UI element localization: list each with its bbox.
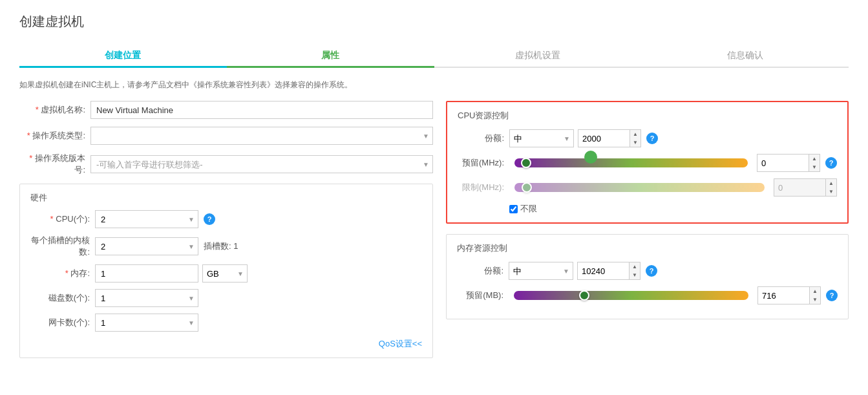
nic-label: 网卡数(个): <box>30 317 95 328</box>
mem-quota-help[interactable]: ? <box>646 265 657 277</box>
cpu-reserve-spinbtns: ▲ ▼ <box>809 154 820 172</box>
hardware-title: 硬件 <box>30 192 422 204</box>
cpu-limit-down: ▼ <box>826 187 836 196</box>
vm-name-input[interactable] <box>90 101 433 119</box>
page-title: 创建虚拟机 <box>19 13 849 30</box>
cores-select-wrap: 2 1 4 ▼ <box>95 237 198 255</box>
os-version-label: 操作系统版本号: <box>19 153 90 176</box>
cpu-resource-box: CPU资源控制 份额: 低 中 高 ▼ ▲ ▼ <box>446 101 849 224</box>
memory-label: 内存: <box>30 268 95 279</box>
cpu-quota-up[interactable]: ▲ <box>630 130 640 138</box>
cpu-limit-spinbtns: ▲ ▼ <box>825 178 837 197</box>
os-type-label: 操作系统类型: <box>19 130 90 142</box>
cpu-label: CPU(个): <box>30 213 95 225</box>
mem-quota-select[interactable]: 低 中 高 <box>509 262 573 280</box>
cpu-limit-input <box>774 178 825 197</box>
mem-quota-input[interactable] <box>577 262 629 280</box>
cpu-quota-label: 份额: <box>458 133 509 144</box>
mem-quota-spinbtns: ▲ ▼ <box>629 262 640 280</box>
mem-reserve-row: 预留(MB): ▲ ▼ ? <box>457 286 838 304</box>
disk-label: 磁盘数(个): <box>30 292 95 304</box>
mem-reserve-down[interactable]: ▼ <box>810 295 820 304</box>
cpu-quota-select-wrap: 低 中 高 ▼ <box>509 129 574 147</box>
mem-quota-spinner: ▲ ▼ <box>577 262 640 280</box>
cpu-reserve-label: 预留(MHz): <box>458 157 509 169</box>
tab-attributes[interactable]: 属性 <box>227 43 434 67</box>
os-type-select[interactable] <box>90 127 433 145</box>
cpu-reserve-row: 预留(MHz): ▲ ▼ ? <box>458 154 837 172</box>
cpu-reserve-spinner: ▲ ▼ <box>757 154 820 172</box>
cpu-quota-select[interactable]: 低 中 高 <box>509 129 574 147</box>
cpu-resource-title: CPU资源控制 <box>458 110 837 122</box>
os-type-select-wrap: ▼ <box>90 127 433 145</box>
cpu-reserve-help[interactable]: ? <box>825 157 837 169</box>
os-version-row: 操作系统版本号: -可输入首字母进行联想筛选- ▼ <box>19 153 433 176</box>
mem-quota-row: 份额: 低 中 高 ▼ ▲ ▼ ? <box>457 262 838 280</box>
cpu-quota-input[interactable] <box>578 129 630 147</box>
nic-row: 网卡数(个): 1 2 3 ▼ <box>30 314 422 332</box>
cpu-reserve-down[interactable]: ▼ <box>809 163 820 171</box>
os-version-select[interactable]: -可输入首字母进行联想筛选- <box>90 155 433 173</box>
vm-name-row: 虚拟机名称: <box>19 101 433 119</box>
mem-reserve-input[interactable] <box>757 286 809 304</box>
cpu-quota-help[interactable]: ? <box>646 133 658 144</box>
mem-reserve-slider[interactable] <box>514 291 748 300</box>
cpu-limit-label: 限制(MHz): <box>458 182 509 193</box>
cpu-row: CPU(个): 2 1 4 8 ▼ ? <box>30 210 422 228</box>
memory-input[interactable] <box>95 264 198 283</box>
mem-reserve-help[interactable]: ? <box>826 290 838 301</box>
cpu-unlimited-label[interactable]: 不限 <box>520 203 537 215</box>
cpu-reserve-up[interactable]: ▲ <box>809 155 820 163</box>
mem-resource-title: 内存资源控制 <box>457 242 838 254</box>
nic-select-wrap: 1 2 3 ▼ <box>95 314 198 332</box>
mem-reserve-thumb[interactable] <box>579 290 589 301</box>
mem-reserve-spinner: ▲ ▼ <box>757 286 821 304</box>
mem-quota-up[interactable]: ▲ <box>630 262 640 271</box>
memory-unit-select[interactable]: GB MB <box>202 264 248 283</box>
mem-reserve-spinbtns: ▲ ▼ <box>809 286 821 304</box>
left-panel: 虚拟机名称: 操作系统类型: ▼ 操作系统版本号: -可输入首字母进行联想筛选-… <box>19 101 433 358</box>
cpu-limit-slider[interactable] <box>514 183 765 192</box>
hardware-section: 硬件 CPU(个): 2 1 4 8 ▼ ? 每个插槽的内核数: <box>19 184 433 358</box>
disk-select-wrap: 1 2 3 ▼ <box>95 289 198 307</box>
vm-name-label: 虚拟机名称: <box>19 104 90 116</box>
cores-row: 每个插槽的内核数: 2 1 4 ▼ 插槽数: 1 <box>30 235 422 258</box>
qos-link[interactable]: QoS设置<< <box>30 338 422 350</box>
main-layout: 虚拟机名称: 操作系统类型: ▼ 操作系统版本号: -可输入首字母进行联想筛选-… <box>19 101 849 358</box>
tab-info-confirm[interactable]: 信息确认 <box>641 43 849 67</box>
cpu-unlimited-checkbox[interactable] <box>509 205 518 213</box>
cpu-limit-thumb[interactable] <box>522 182 532 193</box>
mem-quota-label: 份额: <box>457 265 509 277</box>
cpu-reserve-thumb[interactable] <box>521 158 531 168</box>
cpu-reserve-input[interactable] <box>757 154 809 172</box>
mem-quota-select-wrap: 低 中 高 ▼ <box>509 262 573 280</box>
cpu-limit-spinner: ▲ ▼ <box>774 178 837 197</box>
cores-select[interactable]: 2 1 4 <box>95 237 198 255</box>
notice-text: 如果虚拟机创建在iNIC主机上，请参考产品文档中《操作系统兼容性列表》选择兼容的… <box>19 80 849 91</box>
cpu-quota-spinbtns: ▲ ▼ <box>630 129 641 147</box>
tab-create-location[interactable]: 创建位置 <box>19 43 227 67</box>
cpu-unlimited-row: 不限 <box>509 203 837 215</box>
cpu-quota-row: 份额: 低 中 高 ▼ ▲ ▼ ? <box>458 129 837 147</box>
tab-vm-settings[interactable]: 虚拟机设置 <box>434 43 642 67</box>
os-type-row: 操作系统类型: ▼ <box>19 127 433 145</box>
cpu-quota-spinner: ▲ ▼ <box>578 129 641 147</box>
nic-select[interactable]: 1 2 3 <box>95 314 198 332</box>
cpu-reserve-slider[interactable] <box>514 158 748 167</box>
slot-info: 插槽数: 1 <box>204 240 238 252</box>
mem-quota-down[interactable]: ▼ <box>630 271 640 279</box>
memory-unit-wrap: GB MB ▼ <box>202 264 248 283</box>
cores-label: 每个插槽的内核数: <box>30 235 95 258</box>
disk-select[interactable]: 1 2 3 <box>95 289 198 307</box>
right-panel: CPU资源控制 份额: 低 中 高 ▼ ▲ ▼ <box>446 101 849 330</box>
disk-row: 磁盘数(个): 1 2 3 ▼ <box>30 289 422 307</box>
os-version-select-wrap: -可输入首字母进行联想筛选- ▼ <box>90 155 433 173</box>
cpu-quota-down[interactable]: ▼ <box>630 138 640 147</box>
wizard-tabs: 创建位置 属性 虚拟机设置 信息确认 <box>19 43 849 68</box>
cpu-help-icon[interactable]: ? <box>204 213 215 225</box>
cpu-select[interactable]: 2 1 4 8 <box>95 210 198 228</box>
mem-reserve-up[interactable]: ▲ <box>810 287 820 295</box>
cpu-limit-row: 限制(MHz): ▲ ▼ <box>458 178 837 197</box>
mem-reserve-label: 预留(MB): <box>457 290 509 301</box>
cpu-limit-up: ▲ <box>826 179 836 187</box>
